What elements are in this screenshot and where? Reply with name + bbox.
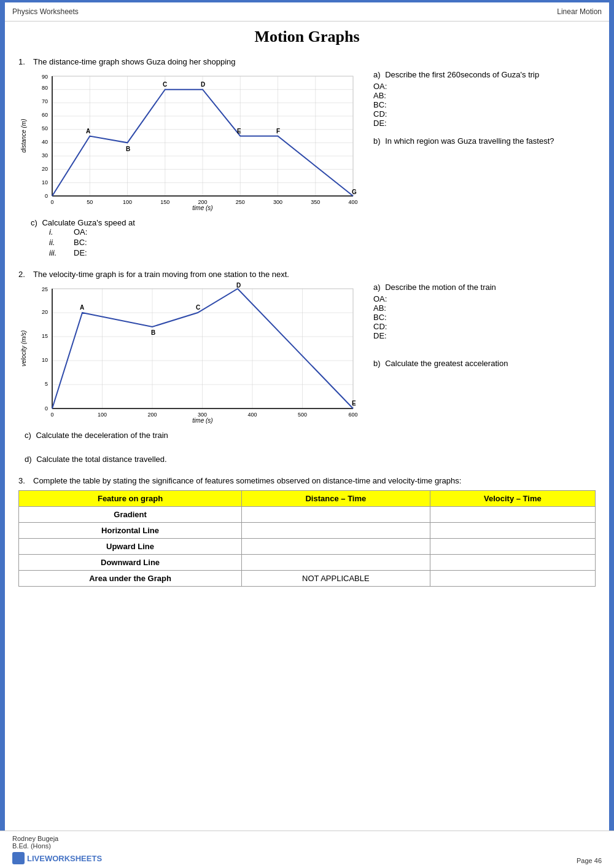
svg-text:velocity (m/s): velocity (m/s) (20, 330, 27, 367)
table-header-velocity-time: Velocity – Time (430, 491, 595, 507)
svg-text:200: 200 (147, 412, 157, 418)
q2-sub: c) Calculate the deceleration of the tra… (25, 431, 596, 464)
table-cell (242, 507, 430, 523)
svg-text:G: G (352, 189, 357, 195)
header-right: Linear Motion (557, 7, 602, 16)
table-cell: Upward Line (19, 539, 242, 555)
table-cell (430, 571, 595, 587)
right-accent-bar (609, 0, 614, 868)
svg-text:30: 30 (42, 152, 48, 158)
table-cell: Horizontal Line (19, 523, 242, 539)
page-footer: Rodney Bugeja B.Ed. (Hons) LIVEWORKSHEET… (0, 831, 614, 868)
q1-oa: OA: (373, 82, 596, 91)
q1-c-ii: ii. BC: (49, 238, 596, 247)
footer-page: Page 46 (577, 857, 602, 864)
svg-text:400: 400 (348, 199, 357, 205)
table-cell (430, 539, 595, 555)
q1-part-a-lines: OA: AB: BC: CD: DE: (373, 82, 596, 128)
q1-part-c-label: c) Calculate Guza's speed at (31, 218, 596, 227)
lw-icon (12, 852, 25, 864)
q2-num: 2. (18, 270, 29, 279)
q2-part-b: b) Calculate the greatest acceleration (373, 359, 596, 368)
svg-text:20: 20 (42, 309, 48, 315)
q1-right-panel: a) Describe the first 260seconds of Guza… (368, 70, 596, 146)
svg-text:0: 0 (50, 412, 53, 418)
table-cell (242, 523, 430, 539)
q1-graph-container: 0 10 20 30 40 50 60 70 80 90 0 50 100 15… (18, 70, 362, 213)
table-cell (242, 539, 430, 555)
q3-table: Feature on graph Distance – Time Velocit… (18, 490, 596, 587)
q1-c-iii: iii. DE: (49, 248, 596, 257)
svg-text:70: 70 (42, 98, 48, 104)
left-accent-bar (0, 0, 5, 868)
question-2-header: 2. The velocity-time graph is for a trai… (18, 270, 596, 279)
table-cell (430, 523, 595, 539)
table-header-feature: Feature on graph (19, 491, 242, 507)
svg-text:A: A (86, 128, 90, 135)
q2-part-a-lines: OA: AB: BC: CD: DE: (373, 294, 596, 340)
svg-text:C: C (163, 81, 167, 88)
svg-text:B: B (126, 146, 130, 152)
svg-text:time (s): time (s) (192, 205, 212, 211)
svg-text:B: B (151, 329, 155, 336)
table-cell: Area under the Graph (19, 571, 242, 587)
svg-text:80: 80 (42, 85, 48, 91)
page-header: Physics Worksheets Linear Motion (0, 0, 614, 22)
question-1-header: 1. The distance-time graph shows Guza do… (18, 57, 596, 66)
q1-text: The distance-time graph shows Guza doing… (33, 57, 236, 66)
svg-text:50: 50 (87, 199, 93, 205)
svg-text:40: 40 (42, 139, 48, 145)
svg-text:E: E (237, 128, 241, 135)
question-3: 3. Complete the table by stating the sig… (18, 476, 596, 587)
svg-text:F: F (276, 128, 280, 135)
question-1: 1. The distance-time graph shows Guza do… (18, 57, 596, 257)
q1-graph-row: 0 10 20 30 40 50 60 70 80 90 0 50 100 15… (18, 70, 596, 213)
q1-cd: CD: (373, 109, 596, 119)
svg-text:E: E (352, 400, 356, 407)
q1-graph-svg: 0 10 20 30 40 50 60 70 80 90 0 50 100 15… (18, 70, 362, 211)
table-cell (242, 555, 430, 571)
svg-text:50: 50 (42, 125, 48, 131)
table-cell: Downward Line (19, 555, 242, 571)
q3-text: Complete the table by stating the signif… (33, 476, 461, 485)
q1-part-a-label: a) Describe the first 260seconds of Guza… (373, 70, 596, 79)
svg-text:D: D (201, 81, 205, 88)
svg-text:time (s): time (s) (192, 417, 212, 424)
svg-text:500: 500 (298, 412, 307, 418)
table-header-distance-time: Distance – Time (242, 491, 430, 507)
q1-part-b: b) In which region was Guza travelling t… (373, 136, 596, 146)
table-cell (430, 507, 595, 523)
svg-text:C: C (196, 304, 200, 311)
q1-bc: BC: (373, 100, 596, 109)
q1-c-i: i. OA: (49, 227, 596, 237)
svg-text:60: 60 (42, 112, 48, 118)
q2-text: The velocity-time graph is for a train m… (33, 270, 289, 279)
svg-text:0: 0 (50, 199, 53, 205)
svg-text:100: 100 (123, 199, 132, 205)
q2-part-d: d) Calculate the total distance travelle… (25, 455, 596, 464)
q1-part-c: c) Calculate Guza's speed at i. OA: ii. … (31, 218, 596, 257)
svg-text:350: 350 (311, 199, 320, 205)
q2-ab: AB: (373, 303, 596, 313)
svg-text:0: 0 (45, 193, 48, 199)
svg-text:400: 400 (247, 412, 257, 418)
q1-ab: AB: (373, 91, 596, 100)
svg-text:300: 300 (273, 199, 282, 205)
question-3-header: 3. Complete the table by stating the sig… (18, 476, 596, 485)
table-cell: Gradient (19, 507, 242, 523)
svg-text:25: 25 (42, 286, 48, 292)
q2-oa: OA: (373, 294, 596, 303)
table-cell: NOT APPLICABLE (242, 571, 430, 587)
q2-bc: BC: (373, 313, 596, 322)
svg-text:0: 0 (45, 405, 48, 412)
q2-graph-row: 0 5 10 15 20 25 0 100 200 300 400 500 60… (18, 283, 596, 426)
svg-text:5: 5 (45, 381, 48, 387)
svg-text:90: 90 (42, 74, 48, 80)
q1-num: 1. (18, 57, 29, 66)
q2-cd: CD: (373, 322, 596, 331)
svg-text:D: D (236, 283, 241, 289)
svg-text:250: 250 (236, 199, 245, 205)
q2-right-panel: a) Describe the motion of the train OA: … (368, 283, 596, 368)
q2-de: DE: (373, 331, 596, 340)
svg-text:10: 10 (42, 179, 48, 186)
